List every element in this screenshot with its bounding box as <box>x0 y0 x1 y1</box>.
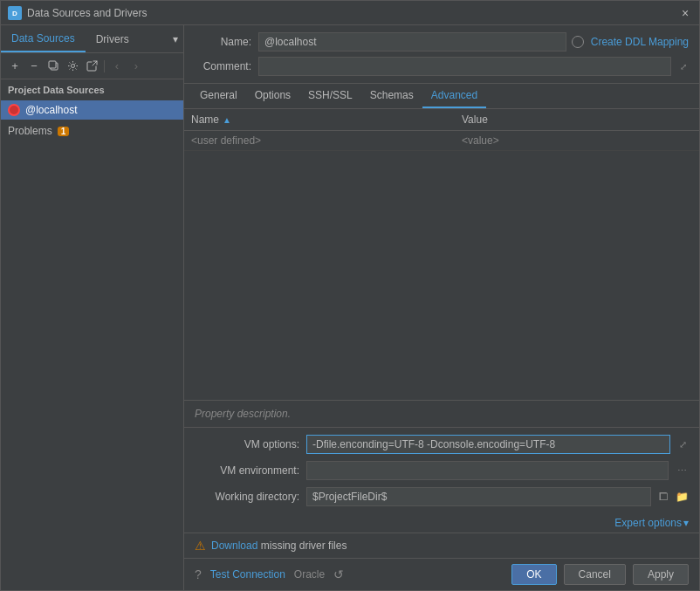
comment-label: Comment: <box>195 60 251 72</box>
comment-input[interactable] <box>258 57 671 76</box>
vm-environment-row: VM environment: ⋯ <box>195 461 689 480</box>
name-input-wrap <box>258 32 584 52</box>
svg-point-4 <box>71 65 74 68</box>
bottom-right: OK Cancel Apply <box>511 564 689 585</box>
test-connection-link[interactable]: Test Connection <box>210 568 285 581</box>
tab-general[interactable]: General <box>191 84 246 108</box>
name-row: Name: Create DDL Mapping <box>195 32 689 52</box>
warning-text: Download missing driver files <box>211 539 347 552</box>
expand-comment-button[interactable]: ⤢ <box>678 62 689 72</box>
col-value: Value <box>455 109 699 130</box>
working-dir-row: Working directory: ⧠ 📁 <box>195 487 689 506</box>
property-description: Property description. <box>184 400 699 427</box>
working-dir-browse-button[interactable]: 📁 <box>676 491 689 503</box>
left-toolbar: + − <box>1 53 183 79</box>
warning-icon: ⚠ <box>195 539 206 553</box>
expert-options-link[interactable]: Expert options ▾ <box>614 517 689 529</box>
warning-suffix: missing driver files <box>261 539 347 552</box>
svg-text:D: D <box>12 10 17 17</box>
dialog-title: Data Sources and Drivers <box>27 7 147 19</box>
oracle-label: Oracle <box>294 568 325 581</box>
tabs-bar: General Options SSH/SSL Schemas Advanced <box>184 84 699 109</box>
forward-button[interactable]: › <box>127 58 145 75</box>
close-button[interactable]: × <box>678 6 692 20</box>
status-circle <box>572 36 584 48</box>
help-button[interactable]: ? <box>195 567 202 581</box>
working-dir-input[interactable] <box>306 487 651 506</box>
svg-rect-3 <box>49 61 56 68</box>
datasource-item-localhost[interactable]: @localhost <box>1 100 183 120</box>
app-icon: D <box>8 6 22 20</box>
expert-options-row: Expert options ▾ <box>184 513 699 533</box>
vm-env-label: VM environment: <box>195 464 299 477</box>
bottom-left: ? Test Connection Oracle ↺ <box>195 567 344 581</box>
table-row[interactable]: <user defined> <value> <box>184 131 699 151</box>
problems-badge: 1 <box>58 127 70 136</box>
main-content: Data Sources Drivers ▾ + − <box>1 25 699 590</box>
td-value: <value> <box>455 131 699 150</box>
td-name: <user defined> <box>184 131 455 150</box>
expert-options-chevron-icon: ▾ <box>683 517 689 529</box>
table-body: <user defined> <value> <box>184 131 699 400</box>
remove-button[interactable]: − <box>25 58 43 75</box>
ok-button[interactable]: OK <box>511 564 556 585</box>
tabs-dropdown[interactable]: ▾ <box>168 30 183 49</box>
vm-options-expand-button[interactable]: ⤢ <box>677 439 689 450</box>
vm-options-row: VM options: ⤢ <box>195 435 689 454</box>
datasource-icon <box>8 104 20 116</box>
title-bar-left: D Data Sources and Drivers <box>8 6 147 20</box>
sort-arrow-icon: ▲ <box>223 115 231 125</box>
name-label: Name: <box>195 36 251 48</box>
tab-drivers[interactable]: Drivers <box>86 25 140 52</box>
tab-schemas[interactable]: Schemas <box>361 84 422 108</box>
refresh-icon[interactable]: ↺ <box>333 567 344 581</box>
export-button[interactable] <box>83 58 100 75</box>
problems-section[interactable]: Problems 1 <box>1 120 183 142</box>
tab-content: Name ▲ Value <user defined> <value> Prop… <box>184 109 699 558</box>
vm-options-label: VM options: <box>195 438 299 450</box>
add-button[interactable]: + <box>6 58 24 75</box>
tab-advanced[interactable]: Advanced <box>422 84 486 108</box>
tab-options[interactable]: Options <box>246 84 299 108</box>
datasource-label: @localhost <box>25 104 78 116</box>
vm-section: VM options: ⤢ VM environment: ⋯ Working … <box>184 427 699 513</box>
cancel-button[interactable]: Cancel <box>564 564 626 585</box>
left-panel: Data Sources Drivers ▾ + − <box>1 25 184 590</box>
tab-datasources[interactable]: Data Sources <box>1 25 86 52</box>
title-bar: D Data Sources and Drivers × <box>1 1 699 25</box>
tab-sshssl[interactable]: SSH/SSL <box>299 84 361 108</box>
vm-env-input[interactable] <box>306 461 669 480</box>
copy-button[interactable] <box>45 58 62 75</box>
toolbar-separator <box>104 60 105 72</box>
vm-options-input[interactable] <box>306 435 670 454</box>
create-ddl-link[interactable]: Create DDL Mapping <box>591 36 689 48</box>
settings-button[interactable] <box>64 58 81 75</box>
warning-row: ⚠ Download missing driver files <box>184 533 699 558</box>
right-panel: Name: Create DDL Mapping Comment: ⤢ Gene… <box>184 25 699 590</box>
right-header: Name: Create DDL Mapping Comment: ⤢ <box>184 25 699 84</box>
problems-label: Problems <box>8 125 52 137</box>
bottom-bar: ? Test Connection Oracle ↺ OK Cancel App… <box>184 558 699 590</box>
working-dir-clear-button[interactable]: ⧠ <box>658 491 669 503</box>
working-dir-label: Working directory: <box>195 491 299 503</box>
project-datasources-title: Project Data Sources <box>1 79 183 100</box>
apply-button[interactable]: Apply <box>633 564 689 585</box>
vm-env-expand-button[interactable]: ⋯ <box>676 465 689 477</box>
dialog: D Data Sources and Drivers × Data Source… <box>0 0 700 591</box>
col-name: Name ▲ <box>184 109 455 130</box>
left-tabs: Data Sources Drivers ▾ <box>1 25 183 53</box>
comment-row: Comment: ⤢ <box>195 57 689 76</box>
back-button[interactable]: ‹ <box>108 58 126 75</box>
name-input[interactable] <box>258 32 566 52</box>
table-header: Name ▲ Value <box>184 109 699 131</box>
download-link[interactable]: Download <box>211 539 257 552</box>
